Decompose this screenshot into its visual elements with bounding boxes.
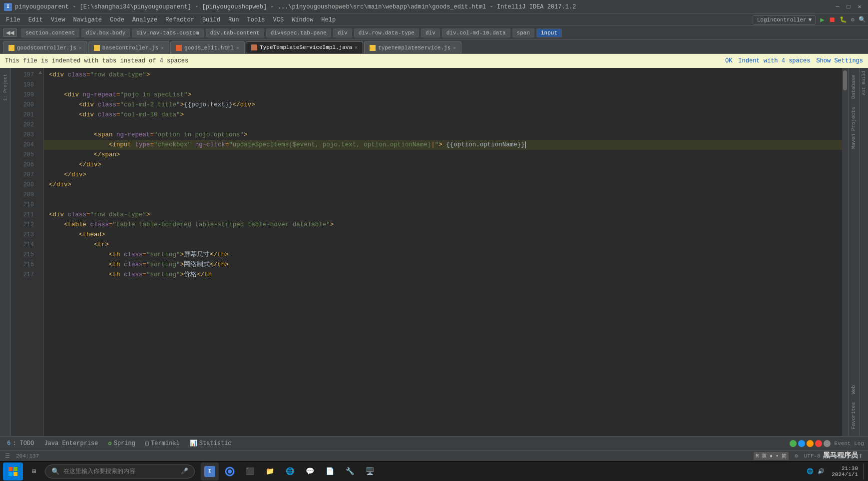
chevron-down-icon: ▼	[809, 17, 812, 23]
scroll-thumb[interactable]	[843, 70, 847, 90]
tab-base-controller[interactable]: baseController.js ✕	[88, 41, 169, 53]
tab-type-template-service[interactable]: typeTemplateService.js ✕	[364, 41, 461, 53]
tab-type-template-service-impl[interactable]: TypeTemplateServiceImpl.java ✕	[246, 41, 363, 53]
taskbar-folder[interactable]: 📁	[261, 463, 279, 481]
status-position: 204:137	[16, 453, 39, 459]
menu-analyze[interactable]: Analyze	[128, 15, 161, 24]
taskbar-intellij[interactable]: I	[201, 463, 219, 481]
status-right: M 英 ♦ • 简 ⚙ UTF-8 LF: 1-8 ⬆	[754, 451, 863, 461]
project-label[interactable]: 1: Project	[3, 74, 8, 101]
notify-ok-button[interactable]: OK	[725, 57, 732, 64]
code-line-213: <thead>	[49, 230, 842, 240]
menu-file[interactable]: File	[2, 15, 24, 24]
bc-div-box-body[interactable]: div.box-body	[81, 28, 130, 37]
right-panel-tabs: Database Maven Projects Web Favorites	[848, 68, 859, 436]
ime-mode[interactable]: M 英 ♦ • 简	[754, 452, 789, 460]
right-tab-web[interactable]: Web	[850, 382, 858, 397]
js-file-icon-3	[370, 45, 376, 51]
notify-indent-button[interactable]: Indent with 4 spaces	[738, 57, 810, 64]
tab-goods-controller[interactable]: goodsController.js ✕	[3, 41, 87, 53]
menu-view[interactable]: View	[47, 15, 69, 24]
terminal-icon: ▢	[145, 440, 149, 447]
code-line-214: <tr>	[49, 240, 842, 250]
bc-div-tab-content[interactable]: div.tab-content	[206, 28, 264, 37]
status-indent[interactable]: 1-8	[843, 453, 853, 459]
minimize-button[interactable]: ─	[833, 2, 842, 11]
menu-code[interactable]: Code	[106, 15, 128, 24]
menu-refactor[interactable]: Refactor	[161, 15, 198, 24]
bc-div-row-data-type[interactable]: div.row.data-type	[354, 28, 419, 37]
taskbar-tool1[interactable]: 🔧	[341, 463, 359, 481]
project-selector[interactable]: LoginController ▼	[753, 15, 817, 24]
bc-div-1[interactable]: div	[333, 28, 352, 37]
menu-build[interactable]: Build	[198, 15, 224, 24]
bc-input[interactable]: input	[536, 28, 562, 37]
start-button[interactable]	[3, 463, 23, 481]
taskbar-chrome[interactable]	[221, 463, 239, 481]
tab-type-template-service-impl-label: TypeTemplateServiceImpl.java	[260, 44, 352, 50]
bc-div-nav-tabs[interactable]: div.nav-tabs-custom	[132, 28, 203, 37]
right-tab-favorites[interactable]: Favorites	[850, 399, 858, 432]
taskbar-search-box[interactable]: 🔍 在这里输入你要搜索的内容 🎤	[45, 465, 195, 479]
bottom-tab-terminal[interactable]: ▢ Terminal	[142, 439, 183, 448]
breadcrumb-nav: ◀◀	[3, 28, 17, 37]
status-line-ending[interactable]: LF:	[827, 453, 837, 459]
status-charset[interactable]: UTF-8	[804, 453, 821, 459]
show-desktop-button[interactable]	[863, 464, 865, 480]
bc-span[interactable]: span	[512, 28, 534, 37]
bc-section-content[interactable]: section.content	[21, 28, 79, 37]
menu-run[interactable]: Run	[224, 15, 243, 24]
status-bar: ☰ 204:137 M 英 ♦ • 简 ⚙ UTF-8 LF: 1-8 ⬆	[0, 450, 868, 461]
code-line-206: </div>	[49, 160, 842, 170]
vertical-scrollbar[interactable]	[842, 68, 848, 436]
bottom-tab-statistic[interactable]: 📊 Statistic	[187, 439, 235, 448]
stop-button[interactable]: ⏹	[829, 16, 836, 24]
notify-settings-button[interactable]: Show Settings	[816, 57, 863, 64]
tab-goods-controller-close[interactable]: ✕	[79, 45, 82, 51]
bottom-tab-spring[interactable]: ✿ Spring	[105, 439, 138, 448]
ant-build-tab[interactable]: Ant Build	[861, 68, 868, 98]
event-log-label[interactable]: Event Log	[835, 441, 864, 447]
close-button[interactable]: ✕	[855, 2, 864, 11]
tab-goods-edit-html[interactable]: goods_edit.html ✕	[170, 41, 245, 53]
taskbar-pdf[interactable]: 📄	[321, 463, 339, 481]
menu-tools[interactable]: Tools	[243, 15, 269, 24]
taskbar-terminal[interactable]: ⬛	[241, 463, 259, 481]
breadcrumb-back-button[interactable]: ◀◀	[3, 28, 17, 37]
run-button[interactable]: ▶	[820, 15, 824, 24]
menu-edit[interactable]: Edit	[24, 15, 47, 24]
menu-window[interactable]: Window	[288, 15, 317, 24]
tab-goods-edit-close[interactable]: ✕	[236, 45, 239, 51]
code-line-210	[49, 200, 842, 210]
bc-div-2[interactable]: div	[421, 28, 440, 37]
menu-navigate[interactable]: Navigate	[69, 15, 106, 24]
bc-div-spec-tab[interactable]: div#spec.tab-pane	[266, 28, 331, 37]
bottom-tab-todo[interactable]: 6 : TODO	[4, 439, 37, 448]
tab-type-template-impl-close[interactable]: ✕	[355, 44, 358, 50]
gear-icon[interactable]: ⚙	[795, 453, 798, 459]
right-tab-database[interactable]: Database	[850, 72, 858, 102]
window-title: pinyougouparent - [E:\shanghai34\pinyoug…	[15, 3, 833, 10]
taskview-button[interactable]: ⊞	[25, 463, 43, 481]
tab-base-controller-close[interactable]: ✕	[161, 45, 164, 51]
maximize-button[interactable]: □	[844, 2, 853, 11]
tab-type-template-service-close[interactable]: ✕	[453, 45, 456, 51]
blue-indicator	[798, 440, 805, 447]
bottom-tab-java-enterprise[interactable]: Java Enterprise	[41, 439, 101, 448]
bc-div-col-md-10[interactable]: div.col-md-10.data	[442, 28, 510, 37]
debug-button[interactable]: 🐛	[840, 16, 847, 23]
expand-icon[interactable]: ⬆	[858, 451, 863, 461]
more-button[interactable]: ⚙	[851, 16, 855, 23]
svg-rect-3	[13, 472, 17, 476]
taskbar-browser[interactable]: 🌐	[281, 463, 299, 481]
menu-vcs[interactable]: VCS	[269, 15, 288, 24]
menu-help[interactable]: Help	[317, 15, 340, 24]
code-editor[interactable]: <div class="row data-type"> <div ng-repe…	[44, 68, 842, 436]
statistic-icon: 📊	[190, 440, 197, 447]
status-project-icon: ☰	[5, 453, 10, 459]
taskbar-chat[interactable]: 💬	[301, 463, 319, 481]
search-everywhere-button[interactable]: 🔍	[859, 16, 866, 23]
line-numbers: 197 198 199 200 201 202 203 204 205 206 …	[11, 68, 37, 436]
taskbar-tool2[interactable]: 🖥️	[361, 463, 379, 481]
right-tab-maven[interactable]: Maven Projects	[850, 104, 858, 152]
